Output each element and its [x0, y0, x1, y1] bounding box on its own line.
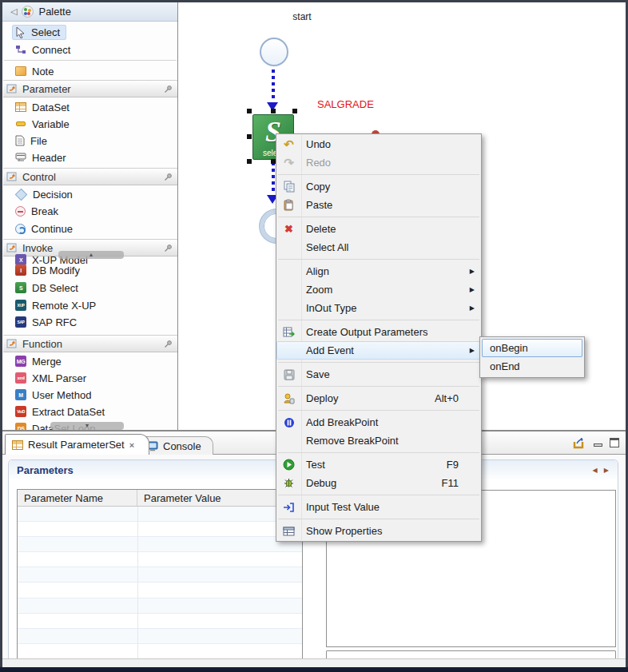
palette-item-db-modify[interactable]: I DB Modify	[2, 262, 177, 278]
palette-separator	[4, 60, 177, 61]
column-parameter-name[interactable]: Parameter Name	[18, 490, 137, 506]
pin-icon[interactable]	[164, 340, 173, 348]
parameters-table-header: Parameter Name Parameter Value	[18, 490, 302, 507]
menu-separator	[276, 172, 481, 177]
menu-item-debug[interactable]: Debug F11	[276, 474, 481, 492]
pin-icon[interactable]	[164, 173, 173, 181]
start-node-label: start	[274, 11, 330, 22]
palette-item-select[interactable]: Select	[2, 24, 177, 40]
palette-item-decision[interactable]: Decision	[2, 186, 177, 202]
menu-item-show-properties[interactable]: Show Properties	[276, 522, 481, 540]
palette-item-user-method[interactable]: M User Method	[2, 387, 177, 403]
menu-separator	[276, 360, 481, 365]
menu-item-save[interactable]: Save	[276, 365, 481, 384]
show-properties-icon	[276, 527, 301, 536]
add-breakpoint-icon	[276, 417, 301, 428]
palette-item-remote-xup[interactable]: XUP Remote X-UP	[2, 297, 177, 313]
palette-item-xml-parser[interactable]: xml XML Parser	[2, 370, 177, 386]
menu-shortcut: F11	[442, 477, 475, 489]
menu-item-copy[interactable]: Copy	[276, 177, 481, 196]
palette-scroll-up[interactable]: ▲	[58, 251, 124, 259]
menu-item-create-output-parameters[interactable]: Create Output Parameters	[276, 323, 481, 341]
copy-icon	[276, 181, 301, 193]
menu-item-add-event[interactable]: Add Event ▶	[276, 341, 481, 360]
palette-section-function[interactable]: Function	[3, 335, 177, 352]
menu-item-align[interactable]: Align ▶	[276, 262, 481, 280]
selection-handle[interactable]	[292, 109, 297, 113]
column-divider	[137, 507, 138, 658]
palette-item-dataset[interactable]: DataSet	[2, 99, 177, 115]
pin-icon[interactable]	[164, 85, 173, 93]
palette-item-extract-dataset[interactable]: VtoD Extract DataSet	[2, 404, 177, 420]
close-icon[interactable]: ×	[129, 440, 134, 450]
palette-item-continue[interactable]: Continue	[2, 221, 177, 237]
menu-item-add-breakpoint[interactable]: Add BreakPoint	[276, 413, 481, 431]
menu-separator	[276, 256, 481, 262]
menu-separator	[276, 516, 481, 522]
table-row[interactable]	[18, 552, 302, 567]
table-row[interactable]	[18, 629, 302, 644]
menu-item-select-all[interactable]: Select All	[276, 238, 481, 256]
palette-section-parameter[interactable]: Parameter	[3, 80, 177, 97]
table-row[interactable]	[18, 614, 302, 629]
palette-item-sap-rfc[interactable]: SAP SAP RFC	[2, 314, 177, 330]
palette-section-control[interactable]: Control	[3, 168, 177, 185]
selection-handle[interactable]	[271, 109, 276, 113]
palette-scroll-down[interactable]: ▼	[50, 422, 124, 430]
pin-icon[interactable]	[164, 244, 173, 252]
palette-item-break[interactable]: Break	[2, 203, 177, 219]
connect-icon	[15, 45, 26, 55]
table-row[interactable]	[18, 583, 302, 598]
scroll-down-icon: ▼	[85, 422, 90, 430]
menu-item-zoom[interactable]: Zoom ▶	[276, 280, 481, 299]
palette-item-header[interactable]: Header	[2, 149, 177, 165]
menu-item-undo[interactable]: ↶ Undo	[276, 135, 481, 153]
selection-handle[interactable]	[247, 134, 252, 139]
table-row[interactable]	[18, 567, 302, 583]
section-label: Control	[22, 171, 56, 183]
palette-title: Palette	[38, 6, 70, 18]
selection-handle[interactable]	[247, 109, 252, 113]
section-icon	[6, 243, 18, 253]
menu-item-redo[interactable]: ↷ Redo	[276, 153, 481, 172]
collapse-palette-icon[interactable]: ◁	[10, 6, 17, 17]
table-row[interactable]	[18, 507, 302, 522]
tab-console[interactable]: Console	[140, 436, 213, 455]
menu-item-test[interactable]: Test F9	[276, 455, 481, 474]
submenu-arrow-icon: ▶	[470, 268, 475, 275]
submenu-item-onend[interactable]: onEnd	[482, 357, 582, 376]
palette-item-file[interactable]: File	[2, 133, 177, 149]
menu-item-deploy[interactable]: Deploy Alt+0	[276, 389, 481, 408]
palette-item-db-select[interactable]: S DB Select	[2, 280, 177, 296]
menu-item-input-test-value[interactable]: Input Test Value	[276, 498, 481, 516]
menu-item-remove-breakpoint[interactable]: Remove BreakPoint	[276, 431, 481, 450]
menu-item-paste[interactable]: Paste	[276, 196, 481, 214]
tab-result-parameterset[interactable]: Result ParameterSet ×	[5, 434, 149, 455]
submenu-arrow-icon: ▶	[470, 347, 475, 354]
palette-item-variable[interactable]: Variable	[2, 116, 177, 132]
palette-item-connect[interactable]: Connect	[2, 42, 177, 58]
page-right-icon[interactable]: ▶	[604, 467, 611, 474]
page-left-icon[interactable]: ◀	[592, 467, 599, 474]
palette-item-note[interactable]: Note	[2, 63, 177, 79]
table-row[interactable]	[18, 644, 302, 658]
minimize-view-icon[interactable]	[594, 443, 602, 447]
selection-handle[interactable]	[247, 159, 252, 164]
parameters-table-body[interactable]	[18, 507, 302, 658]
detach-view-icon[interactable]	[572, 436, 586, 449]
table-row[interactable]	[18, 522, 302, 537]
start-node[interactable]	[260, 38, 288, 66]
menu-item-inout-type[interactable]: InOut Type ▶	[276, 299, 481, 317]
undo-icon: ↶	[276, 137, 301, 152]
menu-shortcut: F9	[447, 459, 475, 471]
palette-item-merge[interactable]: MG Merge	[2, 353, 177, 369]
table-row[interactable]	[18, 537, 302, 552]
debug-icon	[276, 477, 301, 489]
maximize-view-icon[interactable]	[610, 438, 619, 447]
submenu-item-onbegin[interactable]: onBegin	[482, 339, 582, 357]
add-event-submenu: onBegin onEnd	[479, 336, 585, 378]
menu-item-delete[interactable]: ✖ Delete	[276, 220, 481, 238]
table-row[interactable]	[18, 598, 302, 614]
palette-icon	[22, 6, 34, 18]
app-window: ◁ Palette Select Connect	[0, 0, 628, 672]
